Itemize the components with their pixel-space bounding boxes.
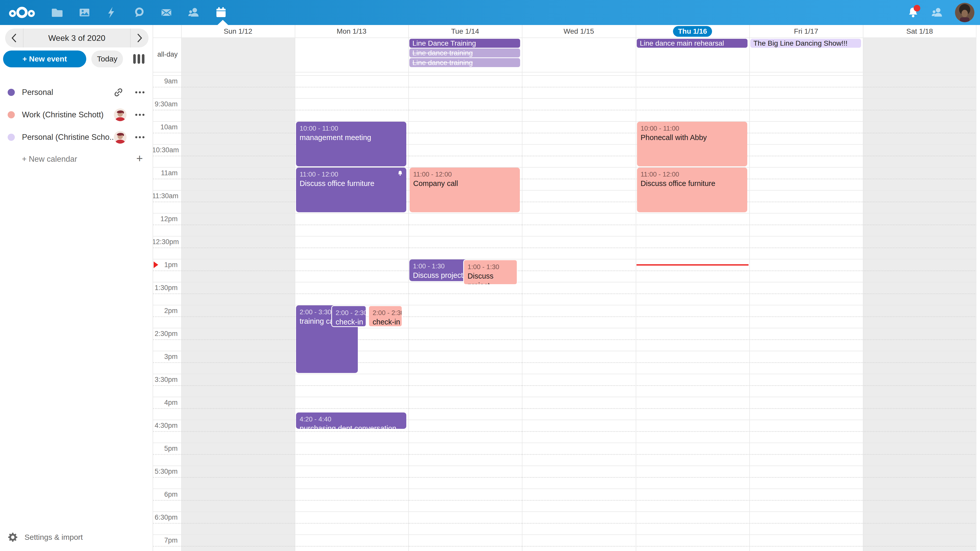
allday-event[interactable]: Line dance main rehearsal xyxy=(637,39,748,48)
day-header-wed[interactable]: Wed 1/15 xyxy=(522,25,636,38)
calendar-list-item[interactable]: Personal xyxy=(0,81,153,103)
plus-icon[interactable]: + xyxy=(136,152,143,165)
halfhour-gridline xyxy=(153,282,977,283)
allday-event[interactable]: Line dance training xyxy=(409,48,520,57)
calendar-actions-menu-icon[interactable] xyxy=(135,136,145,138)
event-block[interactable]: 2:00 - 2:30check-in xyxy=(368,305,402,327)
quarterhour-gridline xyxy=(153,248,977,248)
quarterhour-gridline xyxy=(153,270,977,271)
vertical-scrollbar[interactable] xyxy=(976,25,980,551)
calendar-color-dot xyxy=(8,89,15,96)
event-block[interactable]: 11:00 - 12:00Discuss office furniture xyxy=(296,168,406,212)
halfhour-gridline xyxy=(153,534,977,535)
quarterhour-gridline xyxy=(153,316,977,317)
allday-event[interactable]: The Big Line Dancing Show!!! xyxy=(750,39,861,48)
event-block[interactable]: 11:00 - 12:00Company call xyxy=(410,168,520,212)
halfhour-gridline xyxy=(153,397,977,397)
allday-row-divider xyxy=(153,72,977,73)
active-app-pointer xyxy=(218,20,228,25)
week-navigation: Week 3 of 2020 xyxy=(5,29,148,48)
halfhour-gridline xyxy=(153,328,977,328)
lightning-icon[interactable] xyxy=(106,6,118,19)
talk-icon[interactable] xyxy=(133,6,145,19)
event-title: Discuss project announcement xyxy=(468,272,513,285)
notification-badge xyxy=(914,5,920,11)
calendar-name-label: Personal xyxy=(22,88,115,97)
time-label: 5pm xyxy=(152,445,178,453)
quarterhour-gridline xyxy=(153,477,977,478)
halfhour-gridline xyxy=(153,144,977,144)
day-header-mon[interactable]: Mon 1/13 xyxy=(295,25,408,38)
time-label: 10am xyxy=(152,123,178,131)
day-header-thu[interactable]: Thu 1/16 xyxy=(636,25,749,38)
calendar-actions-menu-icon[interactable] xyxy=(135,91,145,94)
event-title: purchasing dept conversation xyxy=(300,424,403,429)
quarterhour-gridline xyxy=(153,224,977,225)
next-week-button[interactable] xyxy=(130,29,148,48)
nextcloud-logo-icon[interactable] xyxy=(7,5,37,21)
event-block[interactable]: 4:20 - 4:40purchasing dept conversation xyxy=(296,413,406,429)
time-label: 10:30am xyxy=(152,146,178,154)
time-label: 4pm xyxy=(152,399,178,407)
event-block[interactable]: 1:00 - 1:30Discuss project announcement xyxy=(463,259,517,285)
quarterhour-gridline xyxy=(153,179,977,179)
calendar-name-label: Personal (Christine Scho... xyxy=(22,133,115,142)
today-date-pill: Thu 1/16 xyxy=(673,26,712,37)
quarterhour-gridline xyxy=(153,546,977,547)
photos-icon[interactable] xyxy=(78,6,91,19)
event-title: check-in xyxy=(372,318,398,327)
calendar-icon[interactable] xyxy=(215,6,227,19)
quarterhour-gridline xyxy=(153,500,977,501)
nextcloud-calendar-app: Week 3 of 2020 + New event Today Persona… xyxy=(0,0,980,551)
time-label: 11am xyxy=(152,169,178,177)
contacts-menu-icon[interactable] xyxy=(931,6,943,19)
notifications-bell-icon[interactable] xyxy=(907,6,919,19)
calendar-actions-menu-icon[interactable] xyxy=(135,114,145,116)
event-block[interactable]: 10:00 - 11:00Phonecall with Abby xyxy=(637,122,747,166)
event-time-label: 10:00 - 11:00 xyxy=(300,124,403,133)
event-time-label: 2:00 - 2:30 xyxy=(372,308,398,318)
folder-icon[interactable] xyxy=(51,6,63,19)
contacts-icon[interactable] xyxy=(188,6,200,19)
calendar-color-dot xyxy=(8,134,15,141)
day-header-sun[interactable]: Sun 1/12 xyxy=(181,25,295,38)
settings-import-button[interactable]: Settings & import xyxy=(8,532,83,542)
calendar-color-dot xyxy=(8,111,15,118)
halfhour-gridline xyxy=(153,75,977,76)
halfhour-gridline xyxy=(153,190,977,191)
user-avatar[interactable] xyxy=(955,3,974,22)
halfhour-gridline xyxy=(153,259,977,259)
time-label: 12:30pm xyxy=(152,238,178,246)
quarterhour-gridline xyxy=(153,385,977,386)
day-header-fri[interactable]: Fri 1/17 xyxy=(749,25,863,38)
column-divider xyxy=(636,25,636,551)
day-header-tue[interactable]: Tue 1/14 xyxy=(408,25,522,38)
new-event-button[interactable]: + New event xyxy=(3,51,86,67)
header-row-divider xyxy=(153,38,977,38)
allday-event[interactable]: Line Dance Training xyxy=(409,39,520,48)
event-time-label: 1:00 - 1:30 xyxy=(468,262,513,272)
time-label: 4:30pm xyxy=(152,422,178,430)
calendar-list-item[interactable]: Work (Christine Schott) xyxy=(0,103,153,126)
time-label: 3pm xyxy=(152,353,178,361)
reminder-bell-icon xyxy=(397,170,403,176)
all-day-label: all-day xyxy=(152,51,178,59)
day-header-sat[interactable]: Sat 1/18 xyxy=(863,25,977,38)
quarterhour-gridline xyxy=(153,87,977,87)
view-toggle-icon[interactable] xyxy=(133,54,145,64)
halfhour-gridline xyxy=(153,443,977,443)
today-button[interactable]: Today xyxy=(91,51,123,67)
event-block[interactable]: 2:00 - 2:30check-in xyxy=(331,305,366,327)
event-title: Company call xyxy=(413,179,516,188)
event-title: Phonecall with Abby xyxy=(641,133,744,142)
event-block[interactable]: 11:00 - 12:00Discuss office furniture xyxy=(637,168,747,212)
new-calendar-button[interactable]: + New calendar xyxy=(22,155,77,164)
quarterhour-gridline xyxy=(153,523,977,524)
share-link-icon[interactable] xyxy=(112,86,124,98)
event-block[interactable]: 10:00 - 11:00management meeting xyxy=(296,122,406,166)
time-label: 9am xyxy=(152,77,178,85)
allday-event[interactable]: Line dance training xyxy=(409,58,520,67)
previous-week-button[interactable] xyxy=(5,29,24,48)
mail-icon[interactable] xyxy=(160,6,172,19)
calendar-list-item[interactable]: Personal (Christine Scho... xyxy=(0,126,153,148)
